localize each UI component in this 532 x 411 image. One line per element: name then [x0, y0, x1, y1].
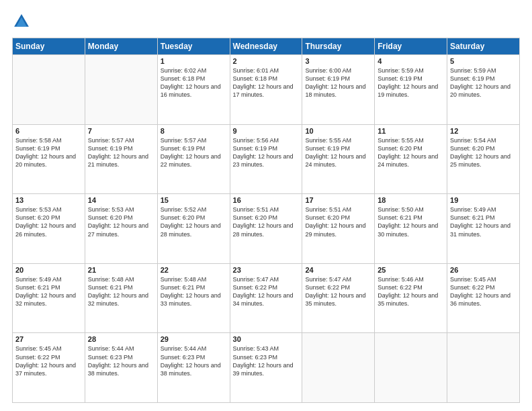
- calendar-cell: 12Sunrise: 5:54 AM Sunset: 6:20 PM Dayli…: [447, 124, 520, 194]
- day-number: 3: [305, 57, 371, 65]
- calendar-cell: [85, 55, 157, 125]
- day-info: Sunrise: 6:02 AM Sunset: 6:18 PM Dayligh…: [161, 66, 227, 99]
- calendar-cell: 18Sunrise: 5:50 AM Sunset: 6:21 PM Dayli…: [375, 194, 447, 264]
- day-info: Sunrise: 5:48 AM Sunset: 6:21 PM Dayligh…: [161, 275, 227, 308]
- day-info: Sunrise: 5:54 AM Sunset: 6:20 PM Dayligh…: [450, 136, 517, 169]
- day-info: Sunrise: 5:49 AM Sunset: 6:21 PM Dayligh…: [15, 275, 82, 308]
- day-header-friday: Friday: [375, 38, 447, 55]
- calendar-cell: 7Sunrise: 5:57 AM Sunset: 6:19 PM Daylig…: [85, 124, 157, 194]
- day-info: Sunrise: 5:57 AM Sunset: 6:19 PM Dayligh…: [161, 136, 227, 169]
- day-number: 27: [15, 335, 82, 343]
- day-number: 8: [161, 127, 227, 135]
- calendar-table: SundayMondayTuesdayWednesdayThursdayFrid…: [12, 38, 520, 403]
- calendar-cell: 15Sunrise: 5:52 AM Sunset: 6:20 PM Dayli…: [157, 194, 230, 264]
- calendar-cell: 4Sunrise: 5:59 AM Sunset: 6:19 PM Daylig…: [375, 55, 447, 125]
- calendar-cell: 14Sunrise: 5:53 AM Sunset: 6:20 PM Dayli…: [85, 194, 157, 264]
- day-number: 5: [450, 57, 517, 65]
- calendar-cell: 11Sunrise: 5:55 AM Sunset: 6:20 PM Dayli…: [375, 124, 447, 194]
- day-number: 30: [233, 335, 300, 343]
- day-number: 12: [450, 127, 517, 135]
- day-info: Sunrise: 5:50 AM Sunset: 6:21 PM Dayligh…: [378, 205, 444, 238]
- day-header-thursday: Thursday: [302, 38, 375, 55]
- day-info: Sunrise: 5:47 AM Sunset: 6:22 PM Dayligh…: [305, 275, 371, 308]
- day-number: 22: [161, 266, 227, 274]
- day-number: 13: [15, 196, 82, 204]
- day-info: Sunrise: 5:57 AM Sunset: 6:19 PM Dayligh…: [88, 136, 154, 169]
- day-number: 14: [88, 196, 154, 204]
- calendar-cell: 9Sunrise: 5:56 AM Sunset: 6:19 PM Daylig…: [230, 124, 302, 194]
- day-header-wednesday: Wednesday: [230, 38, 302, 55]
- day-number: 2: [233, 57, 300, 65]
- calendar-cell: [375, 333, 447, 403]
- day-number: 10: [305, 127, 371, 135]
- calendar-cell: 20Sunrise: 5:49 AM Sunset: 6:21 PM Dayli…: [13, 263, 85, 333]
- day-info: Sunrise: 5:56 AM Sunset: 6:19 PM Dayligh…: [233, 136, 300, 169]
- day-info: Sunrise: 5:45 AM Sunset: 6:22 PM Dayligh…: [450, 275, 517, 308]
- day-number: 21: [88, 266, 154, 274]
- day-info: Sunrise: 5:51 AM Sunset: 6:20 PM Dayligh…: [305, 205, 371, 238]
- calendar-cell: 23Sunrise: 5:47 AM Sunset: 6:22 PM Dayli…: [230, 263, 302, 333]
- day-header-saturday: Saturday: [447, 38, 520, 55]
- day-info: Sunrise: 5:43 AM Sunset: 6:23 PM Dayligh…: [233, 345, 300, 377]
- day-info: Sunrise: 5:59 AM Sunset: 6:19 PM Dayligh…: [378, 66, 444, 99]
- day-header-sunday: Sunday: [13, 38, 85, 55]
- calendar-cell: 8Sunrise: 5:57 AM Sunset: 6:19 PM Daylig…: [157, 124, 230, 194]
- day-info: Sunrise: 5:52 AM Sunset: 6:20 PM Dayligh…: [161, 205, 227, 238]
- calendar-week-1: 1Sunrise: 6:02 AM Sunset: 6:18 PM Daylig…: [13, 55, 520, 125]
- calendar-cell: 6Sunrise: 5:58 AM Sunset: 6:19 PM Daylig…: [13, 124, 85, 194]
- calendar-cell: 21Sunrise: 5:48 AM Sunset: 6:21 PM Dayli…: [85, 263, 157, 333]
- day-number: 29: [161, 335, 227, 343]
- day-number: 9: [233, 127, 300, 135]
- calendar-cell: 3Sunrise: 6:00 AM Sunset: 6:19 PM Daylig…: [302, 55, 375, 125]
- calendar-cell: 28Sunrise: 5:44 AM Sunset: 6:23 PM Dayli…: [85, 333, 157, 403]
- calendar-cell: 17Sunrise: 5:51 AM Sunset: 6:20 PM Dayli…: [302, 194, 375, 264]
- logo: [12, 12, 34, 31]
- calendar-cell: 22Sunrise: 5:48 AM Sunset: 6:21 PM Dayli…: [157, 263, 230, 333]
- day-number: 26: [450, 266, 517, 274]
- calendar-cell: [13, 55, 85, 125]
- day-info: Sunrise: 5:47 AM Sunset: 6:22 PM Dayligh…: [233, 275, 300, 308]
- day-info: Sunrise: 5:45 AM Sunset: 6:22 PM Dayligh…: [15, 345, 82, 377]
- calendar-week-5: 27Sunrise: 5:45 AM Sunset: 6:22 PM Dayli…: [13, 333, 520, 403]
- day-number: 1: [161, 57, 227, 65]
- calendar-cell: 30Sunrise: 5:43 AM Sunset: 6:23 PM Dayli…: [230, 333, 302, 403]
- day-info: Sunrise: 5:44 AM Sunset: 6:23 PM Dayligh…: [88, 345, 154, 377]
- day-info: Sunrise: 5:58 AM Sunset: 6:19 PM Dayligh…: [15, 136, 82, 169]
- day-info: Sunrise: 5:44 AM Sunset: 6:23 PM Dayligh…: [161, 345, 227, 377]
- logo-icon: [12, 12, 31, 31]
- calendar-cell: 27Sunrise: 5:45 AM Sunset: 6:22 PM Dayli…: [13, 333, 85, 403]
- calendar-header-row: SundayMondayTuesdayWednesdayThursdayFrid…: [13, 38, 520, 55]
- day-info: Sunrise: 5:51 AM Sunset: 6:20 PM Dayligh…: [233, 205, 300, 238]
- calendar-week-3: 13Sunrise: 5:53 AM Sunset: 6:20 PM Dayli…: [13, 194, 520, 264]
- day-number: 15: [161, 196, 227, 204]
- calendar-cell: 1Sunrise: 6:02 AM Sunset: 6:18 PM Daylig…: [157, 55, 230, 125]
- calendar-cell: 16Sunrise: 5:51 AM Sunset: 6:20 PM Dayli…: [230, 194, 302, 264]
- calendar-cell: 13Sunrise: 5:53 AM Sunset: 6:20 PM Dayli…: [13, 194, 85, 264]
- calendar-cell: 2Sunrise: 6:01 AM Sunset: 6:18 PM Daylig…: [230, 55, 302, 125]
- day-number: 17: [305, 196, 371, 204]
- day-info: Sunrise: 5:55 AM Sunset: 6:19 PM Dayligh…: [305, 136, 371, 169]
- day-info: Sunrise: 5:53 AM Sunset: 6:20 PM Dayligh…: [88, 205, 154, 238]
- calendar-cell: 25Sunrise: 5:46 AM Sunset: 6:22 PM Dayli…: [375, 263, 447, 333]
- calendar-week-4: 20Sunrise: 5:49 AM Sunset: 6:21 PM Dayli…: [13, 263, 520, 333]
- header: [12, 12, 520, 31]
- day-info: Sunrise: 5:49 AM Sunset: 6:21 PM Dayligh…: [450, 205, 517, 238]
- day-header-monday: Monday: [85, 38, 157, 55]
- day-info: Sunrise: 5:53 AM Sunset: 6:20 PM Dayligh…: [15, 205, 82, 238]
- calendar-cell: 29Sunrise: 5:44 AM Sunset: 6:23 PM Dayli…: [157, 333, 230, 403]
- day-info: Sunrise: 5:59 AM Sunset: 6:19 PM Dayligh…: [450, 66, 517, 99]
- calendar-cell: [447, 333, 520, 403]
- day-number: 25: [378, 266, 444, 274]
- day-number: 7: [88, 127, 154, 135]
- day-header-tuesday: Tuesday: [157, 38, 230, 55]
- calendar-cell: [302, 333, 375, 403]
- day-info: Sunrise: 6:00 AM Sunset: 6:19 PM Dayligh…: [305, 66, 371, 99]
- day-number: 4: [378, 57, 444, 65]
- day-number: 20: [15, 266, 82, 274]
- day-info: Sunrise: 6:01 AM Sunset: 6:18 PM Dayligh…: [233, 66, 300, 99]
- calendar-week-2: 6Sunrise: 5:58 AM Sunset: 6:19 PM Daylig…: [13, 124, 520, 194]
- day-number: 23: [233, 266, 300, 274]
- day-number: 18: [378, 196, 444, 204]
- day-info: Sunrise: 5:48 AM Sunset: 6:21 PM Dayligh…: [88, 275, 154, 308]
- calendar-cell: 19Sunrise: 5:49 AM Sunset: 6:21 PM Dayli…: [447, 194, 520, 264]
